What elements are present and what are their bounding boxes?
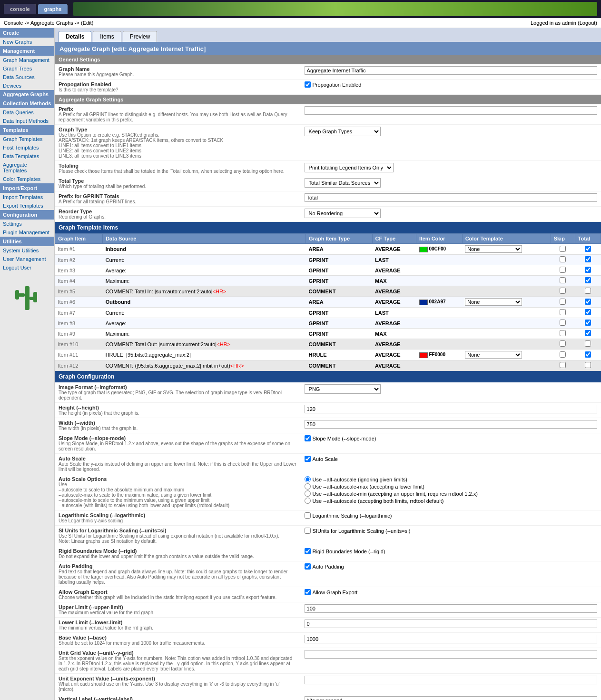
sidebar-item-devices[interactable]: Devices [0, 81, 54, 90]
sidebar-item-plugin-management[interactable]: Plugin Management [0, 228, 54, 237]
auto-scale-option: Use --alt-autoscale-min (accepting an up… [305, 490, 597, 497]
lower-limit-input[interactable] [305, 620, 597, 628]
item-color-template[interactable]: None [462, 244, 551, 255]
item-total[interactable] [575, 297, 601, 308]
item-total[interactable] [575, 286, 601, 297]
item-color-template[interactable] [462, 276, 551, 286]
item-skip[interactable] [551, 350, 575, 360]
rigid-checkbox[interactable] [305, 548, 311, 554]
item-color-template[interactable] [462, 360, 551, 371]
reorder-select[interactable]: No Reordering By Data Source By Graph It… [305, 209, 381, 218]
item-skip[interactable] [551, 244, 575, 255]
sidebar-item-aggregate-templates[interactable]: Aggregate Templates [0, 160, 54, 175]
sidebar-item-graph-templates[interactable]: Graph Templates [0, 135, 54, 143]
sidebar-import-export-header: Import/Export [0, 183, 54, 193]
tab-details[interactable]: Details [59, 31, 91, 42]
item-skip[interactable] [551, 318, 575, 329]
sidebar-item-user-management[interactable]: User Management [0, 255, 54, 263]
graph-name-input[interactable] [305, 66, 597, 75]
item-total[interactable] [575, 308, 601, 318]
tab-preview[interactable]: Preview [123, 31, 158, 42]
sidebar-item-import-templates[interactable]: Import Templates [0, 193, 54, 201]
total-type-select[interactable]: Total Similar Data Sources Total All Dat… [305, 178, 381, 188]
item-skip[interactable] [551, 339, 575, 350]
item-skip[interactable] [551, 360, 575, 371]
item-skip[interactable] [551, 297, 575, 308]
prefix-gprint-input[interactable] [305, 193, 597, 202]
item-total[interactable] [575, 276, 601, 286]
item-data-source: COMMENT: Total In: |sum:auto:current:2:a… [103, 286, 306, 297]
image-format-select[interactable]: PNG GIF SVG [305, 384, 381, 394]
totaling-select[interactable]: Print totaling Legend Items Only All Ite… [305, 163, 394, 172]
sidebar-item-color-templates[interactable]: Color Templates [0, 175, 54, 183]
prefix-input[interactable] [305, 106, 597, 115]
sidebar-item-graph-trees[interactable]: Graph Trees [0, 64, 54, 73]
item-total[interactable] [575, 350, 601, 360]
sidebar-item-graph-management[interactable]: Graph Management [0, 56, 54, 64]
item-color-template[interactable] [462, 265, 551, 276]
rigid-label: Rigid Boundaries Mode (--rigid) [59, 548, 297, 554]
item-color-template[interactable] [462, 339, 551, 350]
sidebar-item-export-templates[interactable]: Export Templates [0, 201, 54, 210]
item-color-template[interactable] [462, 308, 551, 318]
sidebar-item-aggregate-graphs[interactable]: Aggregate Graphs [0, 90, 54, 99]
item-skip[interactable] [551, 286, 575, 297]
main-content: Details Items Preview Aggregate Graph [e… [55, 28, 601, 700]
sidebar-item-system-utilities[interactable]: System Utilities [0, 246, 54, 255]
tab-items[interactable]: Items [93, 31, 121, 42]
graph-type-select[interactable]: Keep Graph Types AREA/STACK LINE1 LINE2 … [305, 127, 381, 136]
item-total[interactable] [575, 329, 601, 339]
sidebar-item-data-queries[interactable]: Data Queries [0, 108, 54, 117]
propagation-checkbox[interactable] [305, 81, 311, 88]
sidebar-item-data-sources[interactable]: Data Sources [0, 73, 54, 81]
item-skip[interactable] [551, 308, 575, 318]
item-color-template[interactable] [462, 286, 551, 297]
item-type: COMMENT [306, 339, 372, 350]
item-color [416, 318, 463, 329]
sidebar-item-data-input-methods[interactable]: Data Input Methods [0, 117, 54, 125]
rigid-text: Rigid Boundaries Mode (--rigid) [313, 549, 385, 554]
sidebar-item-data-templates[interactable]: Data Templates [0, 152, 54, 160]
base-value-input[interactable] [305, 635, 597, 643]
item-color-template[interactable] [462, 329, 551, 339]
unit-grid-input[interactable] [305, 650, 597, 659]
upper-limit-input[interactable] [305, 604, 597, 613]
height-input[interactable] [305, 405, 597, 413]
sidebar-item-host-templates[interactable]: Host Templates [0, 143, 54, 152]
item-total[interactable] [575, 339, 601, 350]
allow-export-checkbox[interactable] [305, 589, 311, 595]
auto-padding-checkbox[interactable] [305, 563, 311, 570]
auto-scale-checkbox[interactable] [305, 456, 311, 462]
item-cf: LAST [372, 255, 416, 265]
graphs-button[interactable]: graphs [38, 4, 68, 14]
item-color [416, 329, 463, 339]
item-skip[interactable] [551, 255, 575, 265]
table-row: Item #8Average:GPRINTAVERAGE [55, 318, 601, 329]
item-cf: AVERAGE [372, 318, 416, 329]
sidebar-item-logout[interactable]: Logout User [0, 263, 54, 272]
item-skip[interactable] [551, 265, 575, 276]
breadcrumb-text: Console -> Aggregate Graphs -> (Edit) [4, 20, 93, 26]
item-total[interactable] [575, 265, 601, 276]
vertical-label-input[interactable] [305, 696, 597, 700]
slope-checkbox[interactable] [305, 435, 311, 441]
item-total[interactable] [575, 318, 601, 329]
sidebar-item-settings[interactable]: Settings [0, 220, 54, 228]
sidebar-item-new-graphs[interactable]: New Graphs [0, 38, 54, 46]
item-total[interactable] [575, 360, 601, 371]
item-color-template[interactable] [462, 318, 551, 329]
item-color-template[interactable] [462, 255, 551, 265]
item-color-template[interactable]: None [462, 350, 551, 360]
item-color [416, 286, 463, 297]
item-skip[interactable] [551, 276, 575, 286]
item-total[interactable] [575, 255, 601, 265]
item-skip[interactable] [551, 329, 575, 339]
si-units-checkbox[interactable] [305, 528, 311, 534]
graph-name-desc: Please name this Aggregate Graph. [59, 72, 297, 77]
unit-exponent-input[interactable] [305, 676, 597, 684]
item-total[interactable] [575, 244, 601, 255]
item-color-template[interactable]: None [462, 297, 551, 308]
log-scale-checkbox[interactable] [305, 512, 311, 519]
console-button[interactable]: console [4, 4, 36, 14]
width-input[interactable] [305, 420, 597, 429]
